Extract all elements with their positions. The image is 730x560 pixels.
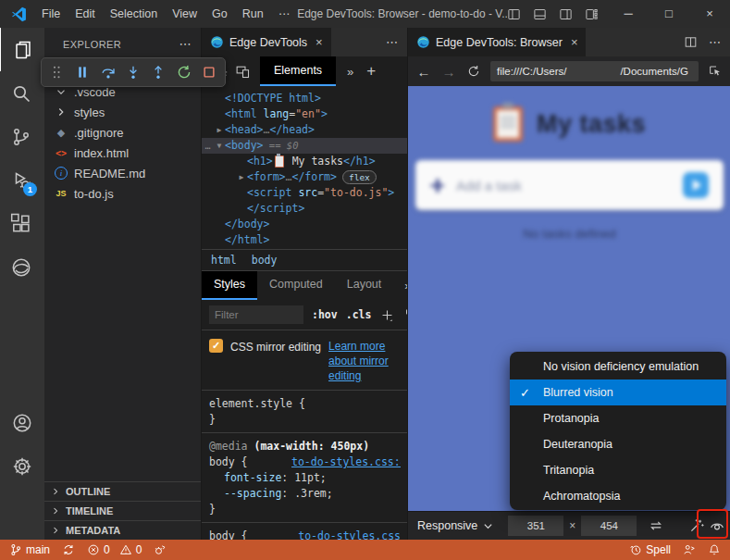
branch-indicator[interactable]: main <box>9 543 50 556</box>
step-out-icon[interactable] <box>149 63 167 81</box>
dom-node[interactable]: <h1> My tasks</h1> <box>202 154 408 169</box>
device-selector[interactable]: Responsive <box>417 519 493 532</box>
menubar-item-file[interactable]: File <box>34 0 68 28</box>
activity-item-search[interactable] <box>0 71 43 115</box>
menu-option-blurred-vision[interactable]: ✓Blurred vision <box>510 380 726 405</box>
add-task-form[interactable]: Add a task <box>415 160 724 210</box>
explorer-more-actions[interactable]: ⋯ <box>179 37 192 51</box>
tab-elements[interactable]: Elements <box>260 56 336 86</box>
expand-toggle-icon[interactable]: ▶ <box>214 122 225 138</box>
spell-checker-status[interactable]: Spell <box>629 543 671 556</box>
more-tabs-icon[interactable]: » <box>347 65 353 79</box>
file-item[interactable]: iREADME.md <box>44 163 201 183</box>
close-button[interactable]: × <box>689 0 730 28</box>
dom-node[interactable]: </script> <box>202 201 408 217</box>
file-item[interactable]: <>index.html <box>44 143 201 163</box>
css-mirror-checkbox[interactable]: ✓ <box>209 339 223 353</box>
dom-node[interactable]: ▶<form>…</form>flex <box>202 169 408 185</box>
grip-icon[interactable] <box>48 63 67 81</box>
sidebar-section-outline[interactable]: OUTLINE <box>44 481 201 501</box>
vision-deficiency-eye-icon[interactable] <box>709 516 725 536</box>
editor-more-actions[interactable]: ⋯ <box>386 35 399 49</box>
css-declaration[interactable]: font-size: 11pt; <box>209 470 401 486</box>
menubar-item-view[interactable]: View <box>165 0 204 28</box>
toggle-secondary-sidebar-icon[interactable] <box>559 7 573 21</box>
sync-button[interactable] <box>62 543 75 556</box>
add-tool-icon[interactable]: + <box>366 62 376 81</box>
viewport-height-input[interactable] <box>581 516 637 536</box>
wand-icon[interactable] <box>688 516 705 536</box>
forward-icon[interactable]: → <box>440 63 457 80</box>
feedback-button[interactable] <box>683 543 696 556</box>
toggle-hover-state[interactable]: :hov <box>312 308 338 321</box>
activity-item-edge-devtools[interactable] <box>0 245 43 289</box>
toggle-panel-icon[interactable] <box>533 7 547 21</box>
css-source-link[interactable]: to-do-styles.css:4 <box>291 454 401 470</box>
dom-node[interactable]: </body> <box>202 217 408 232</box>
toggle-classes[interactable]: .cls <box>346 308 372 321</box>
editor-more-actions[interactable]: ⋯ <box>709 35 722 49</box>
close-tab-icon[interactable]: × <box>571 35 578 49</box>
close-tab-icon[interactable]: × <box>316 35 323 49</box>
url-bar[interactable]: file:///C:/Users/ /Documents/G <box>490 61 699 81</box>
dom-node[interactable]: <script src="to-do.js"> <box>202 185 408 201</box>
step-into-icon[interactable] <box>124 63 142 81</box>
debug-session-indicator[interactable] <box>154 543 167 556</box>
menu-option-achromatopsia[interactable]: Achromatopsia <box>510 483 726 509</box>
reload-icon[interactable] <box>465 63 482 80</box>
dom-node[interactable]: ▶<head>…</head> <box>202 122 408 138</box>
dom-node[interactable]: </html> <box>202 232 408 248</box>
add-task-submit-button[interactable] <box>683 172 709 198</box>
stop-icon[interactable] <box>200 63 218 81</box>
menubar-item-run[interactable]: Run <box>235 0 271 28</box>
activity-item-account[interactable] <box>0 401 44 444</box>
viewport-width-input[interactable] <box>508 516 563 536</box>
file-item[interactable]: JSto-do.js <box>44 183 201 204</box>
menu-option-protanopia[interactable]: Protanopia <box>510 405 726 431</box>
pause-icon[interactable] <box>73 63 92 81</box>
activity-item-settings[interactable] <box>0 444 44 488</box>
restart-icon[interactable] <box>175 63 193 81</box>
tab-edge-devtools[interactable]: Edge DevTools × <box>202 28 331 56</box>
breadcrumb-html[interactable]: html <box>211 254 237 267</box>
device-emulation-icon[interactable] <box>232 61 253 81</box>
customize-layout-icon[interactable] <box>585 7 599 21</box>
menu-option-tritanopia[interactable]: Tritanopia <box>510 457 726 483</box>
tab-layout[interactable]: Layout <box>335 271 394 300</box>
menubar-item-more[interactable]: ⋯ <box>271 0 298 28</box>
tab-edge-devtools-browser[interactable]: Edge DevTools: Browser × <box>408 28 586 56</box>
sidebar-section-timeline[interactable]: TIMELINE <box>44 501 201 520</box>
activity-item-run-debug[interactable]: 1 <box>0 158 43 202</box>
minimize-button[interactable]: ─ <box>608 0 649 28</box>
maximize-button[interactable]: □ <box>649 0 689 28</box>
problems-indicator[interactable]: 0 0 <box>87 543 142 556</box>
tab-computed[interactable]: Computed <box>257 271 335 300</box>
menu-option-deuteranopia[interactable]: Deuteranopia <box>510 431 726 457</box>
css-mirror-learn-more-link[interactable]: Learn more about mirror editing <box>328 339 402 383</box>
activity-item-source-control[interactable] <box>0 115 43 158</box>
notifications-button[interactable] <box>708 543 721 556</box>
dom-node[interactable]: …▼<body> == $0 <box>202 138 408 154</box>
expand-toggle-icon[interactable]: ▼ <box>214 138 225 154</box>
toggle-sidebar-icon[interactable] <box>507 7 521 21</box>
activity-item-extensions[interactable] <box>0 202 43 245</box>
menu-option-no-vision-deficiency-emulation[interactable]: No vision deficiency emulation <box>510 354 726 380</box>
new-style-rule-icon[interactable] <box>379 305 395 325</box>
styles-filter-input[interactable] <box>209 305 303 324</box>
tab-styles[interactable]: Styles <box>202 271 257 300</box>
step-over-icon[interactable] <box>99 63 118 81</box>
split-editor-icon[interactable] <box>684 35 698 49</box>
css-source-link[interactable]: to-do-styles.css <box>298 529 401 540</box>
menubar-item-edit[interactable]: Edit <box>68 0 103 28</box>
back-icon[interactable]: ← <box>415 63 432 80</box>
activity-item-explorer[interactable] <box>0 28 45 71</box>
menubar-item-selection[interactable]: Selection <box>103 0 165 28</box>
inspect-icon[interactable] <box>707 63 724 80</box>
sidebar-section-metadata[interactable]: METADATA <box>44 520 201 540</box>
file-item[interactable]: styles <box>44 102 201 122</box>
breadcrumb-body[interactable]: body <box>252 254 278 267</box>
css-declaration[interactable]: --spacing: .3rem; <box>209 486 401 502</box>
expand-toggle-icon[interactable]: ▶ <box>236 169 247 185</box>
file-item[interactable]: ◆.gitignore <box>44 122 201 143</box>
menubar-item-go[interactable]: Go <box>204 0 235 28</box>
